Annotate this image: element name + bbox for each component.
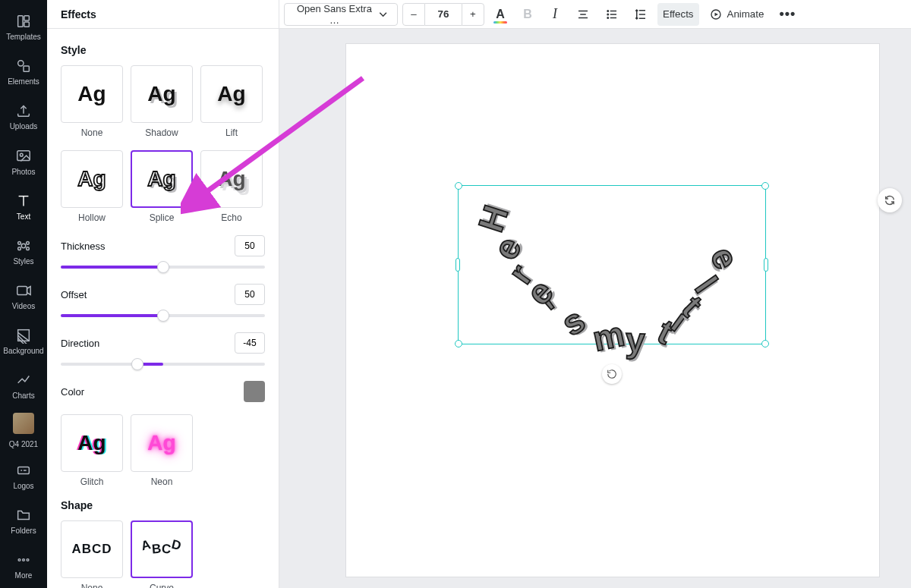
font-size-value[interactable]: 76 — [425, 3, 462, 26]
rail-item-label: Q4 2021 — [9, 440, 38, 448]
rail-item-text[interactable]: Text — [0, 184, 47, 229]
rail-item-photos[interactable]: Photos — [0, 139, 47, 184]
rail-item-label: Text — [17, 212, 30, 221]
bold-button[interactable]: B — [516, 3, 539, 26]
rail-item-label: Background — [3, 347, 43, 355]
style-tile-none[interactable]: Ag — [61, 65, 123, 123]
svg-marker-33 — [714, 12, 718, 16]
rail-item-uploads[interactable]: Uploads — [0, 94, 47, 139]
align-center-icon — [576, 8, 590, 21]
canvas-page[interactable]: Here's my title — [346, 44, 879, 577]
list-button[interactable] — [600, 3, 624, 26]
rail-item-more[interactable]: More — [0, 543, 47, 588]
more-icon — [15, 552, 32, 568]
style-tile-label: Splice — [131, 212, 193, 223]
curved-text[interactable]: Here's my title — [459, 186, 767, 345]
uploads-icon — [15, 102, 32, 119]
svg-point-12 — [27, 247, 30, 250]
font-size-increase[interactable]: + — [462, 3, 484, 26]
sync-icon — [884, 194, 896, 206]
panel-title: Effects — [47, 0, 279, 29]
rail-item-videos[interactable]: Videos — [0, 274, 47, 319]
thickness-value-input[interactable] — [235, 235, 265, 256]
logos-icon — [15, 462, 32, 479]
elements-icon — [15, 58, 32, 74]
rail-item-templates[interactable]: Templates — [0, 5, 47, 49]
brand-avatar-icon — [13, 413, 34, 434]
shape-tile-label: Curve — [131, 583, 193, 588]
curved-char: m — [589, 313, 628, 359]
italic-button[interactable]: I — [544, 3, 566, 26]
more-options-button[interactable]: ••• — [774, 3, 801, 26]
rail-item-q4[interactable]: Q4 2021 — [0, 408, 47, 453]
svg-point-23 — [607, 10, 609, 11]
style-tile-label: Echo — [200, 212, 263, 223]
style-section-label: Style — [61, 44, 265, 56]
text-toolbar: Open Sans Extra … – 76 + A B I — [279, 0, 911, 29]
font-size-decrease[interactable]: – — [402, 3, 425, 26]
rail-item-styles[interactable]: Styles — [0, 229, 47, 274]
rotate-handle[interactable] — [602, 364, 622, 384]
canvas-stage[interactable]: Here's my title — [279, 29, 911, 588]
svg-rect-2 — [24, 22, 29, 27]
effects-button[interactable]: Effects — [657, 3, 699, 26]
spacing-button[interactable] — [629, 3, 653, 26]
shape-tile-shape-none[interactable]: ABCD — [61, 520, 123, 578]
style-tile-label: Shadow — [131, 127, 193, 138]
left-nav-rail: TemplatesElementsUploadsPhotosTextStyles… — [0, 0, 47, 588]
svg-point-8 — [21, 244, 26, 248]
rail-item-elements[interactable]: Elements — [0, 49, 47, 94]
style-tile-glitch[interactable]: Ag — [61, 414, 123, 472]
direction-value-input[interactable] — [235, 332, 265, 354]
offset-slider[interactable] — [61, 307, 265, 325]
style-tile-splice[interactable]: Ag — [131, 150, 193, 208]
style-sample-splice: Ag — [147, 167, 175, 191]
style-tile-shadow[interactable]: Ag — [131, 65, 193, 123]
offset-label: Offset — [61, 289, 87, 300]
text-align-button[interactable] — [571, 3, 595, 26]
svg-point-25 — [607, 14, 609, 15]
style-tile-echo[interactable]: Ag — [200, 150, 263, 208]
offset-value-input[interactable] — [235, 284, 265, 305]
style-sample-glitch: Ag — [77, 431, 106, 455]
font-size-stepper: – 76 + — [402, 3, 484, 26]
ellipsis-icon: ••• — [779, 6, 796, 22]
svg-point-18 — [23, 559, 25, 561]
rail-item-folders[interactable]: Folders — [0, 498, 47, 543]
shape-sample-shape-curve: ABCD — [141, 542, 181, 557]
shape-section-label: Shape — [61, 499, 265, 511]
style-sample-hollow: Ag — [77, 167, 106, 191]
svg-rect-4 — [24, 66, 29, 71]
style-tile-lift[interactable]: Ag — [200, 65, 263, 123]
rail-item-logos[interactable]: Logos — [0, 454, 47, 498]
style-tile-neon[interactable]: Ag — [131, 414, 193, 472]
svg-point-9 — [18, 241, 21, 244]
style-sample-none: Ag — [77, 82, 106, 106]
animate-button[interactable]: Animate — [704, 3, 770, 26]
direction-label: Direction — [61, 338, 99, 349]
shape-tile-shape-curve[interactable]: ABCD — [131, 520, 193, 578]
shape-sample-shape-none: ABCD — [71, 542, 112, 557]
rail-item-charts[interactable]: Charts — [0, 363, 47, 408]
page-sync-button[interactable] — [878, 188, 902, 212]
effects-panel: Effects Style AgNoneAgShadowAgLift AgHol… — [47, 0, 279, 588]
rail-item-background[interactable]: Background — [0, 319, 47, 363]
svg-point-17 — [18, 559, 20, 561]
style-tile-label: None — [61, 127, 123, 138]
text-color-button[interactable]: A — [489, 3, 512, 26]
splice-color-swatch[interactable] — [244, 381, 265, 402]
svg-point-3 — [18, 61, 24, 66]
animate-icon — [709, 8, 723, 21]
text-selection-box[interactable]: Here's my title — [458, 185, 766, 344]
svg-point-11 — [18, 247, 21, 250]
style-tile-hollow[interactable]: Ag — [61, 150, 123, 208]
font-family-select[interactable]: Open Sans Extra … — [284, 3, 398, 26]
direction-slider[interactable] — [61, 355, 265, 373]
thickness-label: Thickness — [61, 241, 106, 252]
svg-rect-0 — [18, 16, 23, 27]
folders-icon — [15, 507, 32, 524]
font-family-value: Open Sans Extra … — [292, 3, 377, 26]
svg-point-7 — [20, 153, 23, 156]
color-underline-icon — [493, 21, 507, 24]
thickness-slider[interactable] — [61, 258, 265, 276]
